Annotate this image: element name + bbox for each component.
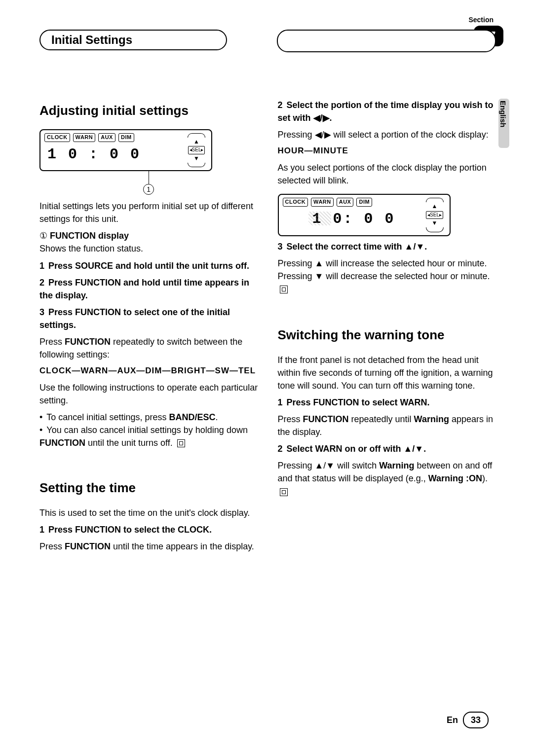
lcd-tab: DIM bbox=[356, 198, 372, 207]
item-title: FUNCTION display bbox=[50, 231, 129, 241]
step-2: 2Press FUNCTION and hold until time appe… bbox=[39, 276, 258, 302]
header-right-pill bbox=[277, 30, 496, 52]
step-3-detail: Press FUNCTION repeatedly to switch betw… bbox=[39, 335, 258, 361]
step-text: Press FUNCTION and hold until time appea… bbox=[39, 278, 249, 300]
callout-line bbox=[149, 171, 149, 184]
step-1: 1Press SOURCE and hold until the unit tu… bbox=[39, 259, 258, 272]
time-step-3-detail: Pressing ▲ will increase the selected ho… bbox=[278, 257, 496, 295]
lcd-nav-pad: ▲ ◂SEL▸ ▼ bbox=[186, 133, 207, 167]
up-icon: ▲ bbox=[432, 202, 438, 211]
step-number: 1 bbox=[39, 525, 44, 535]
content-columns: Adjusting initial settings CLOCK WARN AU… bbox=[39, 95, 496, 557]
step-text: Select the correct time with ▲/▼. bbox=[287, 242, 427, 252]
settings-sequence: CLOCK—WARN—AUX—DIM—BRIGHT—SW—TEL bbox=[39, 365, 258, 377]
heading-adjusting: Adjusting initial settings bbox=[39, 102, 258, 120]
time-step-3: 3Select the correct time with ▲/▼. bbox=[278, 240, 496, 253]
item-number: ① bbox=[39, 231, 47, 241]
time-step-1-detail: Press FUNCTION until the time appears in… bbox=[39, 540, 258, 553]
warn-step-1-detail: Press FUNCTION repeatedly until Warning … bbox=[278, 413, 496, 438]
time-step-1: 1Press FUNCTION to select the CLOCK. bbox=[39, 523, 258, 536]
step-number: 2 bbox=[39, 278, 44, 288]
lcd-tab: WARN bbox=[311, 198, 334, 207]
left-column: Adjusting initial settings CLOCK WARN AU… bbox=[39, 95, 258, 557]
heading-warning-tone: Switching the warning tone bbox=[278, 326, 496, 345]
page-title-pill: Initial Settings bbox=[39, 30, 227, 50]
step-number: 2 bbox=[278, 100, 283, 110]
section-label: Section bbox=[468, 16, 494, 24]
language-tab-text: English bbox=[499, 101, 507, 127]
up-icon: ▲ bbox=[193, 138, 199, 146]
step-number: 1 bbox=[39, 261, 44, 271]
down-icon: ▼ bbox=[193, 154, 199, 163]
step-number: 2 bbox=[278, 444, 283, 454]
step-text: Press FUNCTION to select one of the init… bbox=[39, 307, 230, 330]
lcd-display-1: CLOCK WARN AUX DIM 1 0 : 0 0 ▲ ◂SEL▸ ▼ bbox=[39, 129, 212, 171]
manual-page: Section 07 English Initial Settings Adju… bbox=[0, 0, 533, 756]
lcd-curve-icon bbox=[188, 163, 205, 167]
lcd-tab: WARN bbox=[73, 133, 96, 142]
lcd-tabs: CLOCK WARN AUX DIM bbox=[44, 133, 207, 142]
step-number: 1 bbox=[278, 397, 283, 407]
step-number: 3 bbox=[278, 242, 283, 252]
time-intro: This is used to set the time on the unit… bbox=[39, 506, 258, 519]
callout-1: 1 bbox=[39, 171, 258, 195]
sel-label: ◂SEL▸ bbox=[188, 146, 205, 154]
warn-step-2: 2Select WARN on or off with ▲/▼. bbox=[278, 442, 496, 455]
warn-step-1: 1Press FUNCTION to select WARN. bbox=[278, 396, 496, 409]
warn-intro: If the front panel is not detached from … bbox=[278, 354, 496, 392]
page-title: Initial Settings bbox=[51, 33, 132, 47]
callout-number: 1 bbox=[143, 184, 154, 195]
lcd-time: 1 0 : 0 0 bbox=[47, 144, 207, 166]
end-mark-icon bbox=[280, 286, 288, 293]
time-step-2-detail2: As you select portions of the clock disp… bbox=[278, 161, 496, 187]
step-text: Select the portion of the time display y… bbox=[278, 100, 494, 123]
lcd-display-2: CLOCK WARN AUX DIM 1 0: 0 0 ▲ ◂SEL▸ ▼ bbox=[278, 194, 451, 236]
step-3: 3Press FUNCTION to select one of the ini… bbox=[39, 306, 258, 331]
lcd-tabs: CLOCK WARN AUX DIM bbox=[283, 198, 446, 207]
sel-label: ◂SEL▸ bbox=[426, 211, 443, 219]
list-item: To cancel initial settings, press BAND/E… bbox=[39, 411, 258, 424]
time-step-2-detail: Pressing ◀/▶ will select a portion of th… bbox=[278, 128, 496, 141]
hour-minute-seq: HOUR—MINUTE bbox=[278, 145, 496, 157]
end-mark-icon bbox=[280, 488, 288, 496]
step-3-use: Use the following instructions to operat… bbox=[39, 381, 258, 407]
lcd-curve-icon bbox=[426, 227, 444, 232]
lcd-tab: CLOCK bbox=[283, 198, 308, 207]
lcd-nav-pad: ▲ ◂SEL▸ ▼ bbox=[424, 198, 446, 232]
page-header: Initial Settings bbox=[39, 30, 496, 50]
language-tab: English bbox=[498, 99, 509, 148]
lcd-figure-1: CLOCK WARN AUX DIM 1 0 : 0 0 ▲ ◂SEL▸ ▼ bbox=[39, 129, 258, 195]
list-item: You can also cancel initial settings by … bbox=[39, 424, 258, 449]
lcd-hours-blinking: 1 0 bbox=[312, 211, 343, 227]
step-text: Press SOURCE and hold until the unit tur… bbox=[48, 261, 249, 271]
lcd-tab: CLOCK bbox=[44, 133, 70, 142]
right-column: 2Select the portion of the time display … bbox=[278, 95, 496, 557]
down-icon: ▼ bbox=[432, 219, 438, 227]
end-mark-icon bbox=[177, 439, 185, 447]
lcd-figure-2: CLOCK WARN AUX DIM 1 0: 0 0 ▲ ◂SEL▸ ▼ bbox=[278, 194, 496, 236]
function-display-item: ① FUNCTION display Shows the function st… bbox=[39, 229, 258, 255]
heading-setting-time: Setting the time bbox=[39, 479, 258, 498]
page-number-badge: 33 bbox=[463, 712, 489, 728]
intro-text: Initial settings lets you perform initia… bbox=[39, 200, 258, 225]
lcd-minutes: : 0 0 bbox=[343, 211, 395, 227]
time-step-2: 2Select the portion of the time display … bbox=[278, 99, 496, 124]
item-desc: Shows the function status. bbox=[39, 244, 143, 253]
step-number: 3 bbox=[39, 307, 44, 317]
lcd-curve-icon bbox=[188, 133, 205, 138]
lcd-curve-icon bbox=[426, 198, 444, 202]
page-footer: En 33 bbox=[447, 712, 489, 728]
lcd-tab: AUX bbox=[337, 198, 354, 207]
lcd-tab: DIM bbox=[118, 133, 134, 142]
notes-list: To cancel initial settings, press BAND/E… bbox=[39, 411, 258, 449]
lcd-tab: AUX bbox=[98, 133, 115, 142]
warn-step-2-detail: Pressing ▲/▼ will switch Warning between… bbox=[278, 459, 496, 498]
footer-lang: En bbox=[447, 715, 458, 725]
